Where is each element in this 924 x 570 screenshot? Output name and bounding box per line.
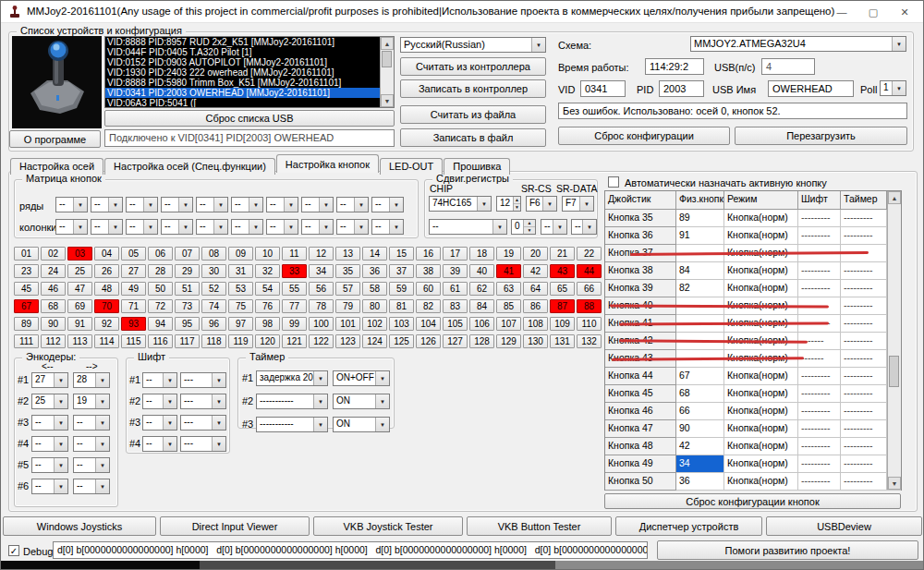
encoder-right-select[interactable]: --▼ [73,415,110,431]
grid-button-07[interactable]: 07 [175,247,200,261]
scroll-up-icon[interactable]: ▲ [888,191,901,204]
schema-select[interactable]: MMJOY2.ATMEGA32U4 ▼ [690,36,906,52]
grid-button-43[interactable]: 43 [550,264,575,278]
sr-chip-select[interactable]: 74HC165▼ [429,196,492,212]
sr-cs-select[interactable]: F6▼ [526,196,557,212]
matrix-select[interactable]: --▼ [161,197,193,212]
matrix-select[interactable]: --▼ [231,219,263,235]
matrix-select[interactable]: --▼ [301,219,334,235]
grid-button-53[interactable]: 53 [228,282,253,296]
grid-button-126[interactable]: 126 [416,334,441,348]
grid-button-97[interactable]: 97 [228,317,253,331]
timer-cell[interactable]: --------- [841,280,887,297]
shift-a-select[interactable]: --▼ [142,436,177,452]
grid-button-70[interactable]: 70 [94,299,119,313]
grid-button-86[interactable]: 86 [523,299,548,313]
device-list-item[interactable]: VID:06A3 PID:5041 ([ [105,98,394,108]
sr-chip-select[interactable]: --▼ [429,219,507,235]
io-button-3[interactable]: Записать в файл [400,128,546,147]
grid-button-111[interactable]: 111 [14,334,39,348]
grid-button-03[interactable]: 03 [67,247,92,261]
grid-button-56[interactable]: 56 [309,282,334,296]
grid-button-85[interactable]: 85 [496,299,521,313]
grid-button-79[interactable]: 79 [335,299,360,313]
grid-button-09[interactable]: 09 [228,247,253,261]
grid-button-22[interactable]: 22 [577,247,602,261]
timer-cell[interactable]: --------- [841,438,887,455]
encoder-right-select[interactable]: --▼ [73,436,110,452]
grid-button-95[interactable]: 95 [175,317,200,331]
tab-0[interactable]: Настройка осей [10,158,103,175]
shift-cell[interactable]: --------- [798,420,841,438]
tool-button-4[interactable]: Диспетчер устройств [615,516,762,536]
matrix-select[interactable]: --▼ [126,219,158,235]
timer-mode-select[interactable]: -----------▼ [256,417,328,432]
grid-button-50[interactable]: 50 [148,282,173,296]
shift-cell[interactable]: --------- [798,210,841,227]
grid-button-42[interactable]: 42 [523,264,548,278]
grid-button-01[interactable]: 01 [14,247,39,261]
grid-button-119[interactable]: 119 [228,334,253,348]
grid-button-46[interactable]: 46 [41,282,66,296]
timer-mode-select[interactable]: задержка 20 мс▼ [256,370,328,386]
grid-button-31[interactable]: 31 [228,264,253,278]
timer-cell[interactable]: --------- [841,333,887,350]
grid-button-83[interactable]: 83 [443,299,468,313]
matrix-select[interactable]: --▼ [55,219,88,235]
grid-button-61[interactable]: 61 [443,282,468,296]
shift-a-select[interactable]: --▼ [142,372,177,388]
table-row[interactable]: Кнопка 4934Кнопка(норм)-----------------… [605,455,901,473]
usb-name-field[interactable]: OWERHEAD [768,80,854,97]
table-row[interactable]: Кнопка 3691Кнопка(норм)-----------------… [605,227,901,245]
table-row[interactable]: Кнопка 4666Кнопка(норм)-----------------… [605,403,901,420]
grid-button-94[interactable]: 94 [148,317,173,331]
grid-button-34[interactable]: 34 [309,264,334,278]
table-row[interactable]: Кнопка 3589Кнопка(норм)-----------------… [605,210,901,227]
mode-cell[interactable]: Кнопка(норм) [724,280,798,297]
encoder-left-select[interactable]: --▼ [31,436,68,452]
poll-select[interactable]: 1 ▼ [880,80,906,96]
device-list-item[interactable]: VID:0152 PID:0903 AUTOPILOT [MMJoy2-2016… [105,57,394,67]
matrix-select[interactable]: --▼ [196,219,228,235]
sr-count-spinner[interactable]: 12▲▼ [496,196,521,212]
close-button[interactable]: ✕ [890,2,919,22]
grid-button-64[interactable]: 64 [523,282,548,296]
grid-button-58[interactable]: 58 [362,282,387,296]
grid-button-75[interactable]: 75 [228,299,253,313]
grid-button-117[interactable]: 117 [175,334,200,348]
shift-cell[interactable]: --------- [798,473,841,491]
timer-cell[interactable]: --------- [841,385,887,403]
shift-cell[interactable]: --------- [798,438,841,455]
grid-button-29[interactable]: 29 [175,264,200,278]
grid-button-37[interactable]: 37 [389,264,414,278]
mode-cell[interactable]: Кнопка(норм) [724,368,798,385]
sr-cs-select[interactable]: --▼ [541,219,567,235]
table-scrollbar[interactable]: ▲ ▼ [887,191,901,490]
timer-cell[interactable]: --------- [841,297,887,315]
mode-cell[interactable]: Кнопка(норм) [724,210,798,227]
grid-button-24[interactable]: 24 [41,264,66,278]
grid-button-13[interactable]: 13 [335,247,360,261]
grid-button-104[interactable]: 104 [416,317,441,331]
tab-3[interactable]: LED-OUT [380,158,443,175]
grid-button-116[interactable]: 116 [148,334,173,348]
matrix-select[interactable]: --▼ [196,197,228,212]
grid-button-41[interactable]: 41 [496,264,521,278]
tool-button-3[interactable]: VKB Button Tester [467,516,612,536]
grid-button-101[interactable]: 101 [335,317,360,331]
grid-button-30[interactable]: 30 [201,264,226,278]
scroll-down-icon[interactable]: ▼ [888,477,901,490]
shift-a-select[interactable]: --▼ [142,394,177,409]
grid-button-89[interactable]: 89 [14,317,39,331]
grid-button-93[interactable]: 93 [121,317,146,331]
grid-button-118[interactable]: 118 [201,334,226,348]
table-row[interactable]: Кнопка 4842Кнопка(норм)-----------------… [605,438,901,455]
timer-cell[interactable]: --------- [841,262,887,280]
grid-button-114[interactable]: 114 [94,334,119,348]
debug-checkbox[interactable]: ✓ [8,545,19,556]
grid-button-82[interactable]: 82 [416,299,441,313]
grid-button-102[interactable]: 102 [362,317,387,331]
matrix-select[interactable]: --▼ [266,219,298,235]
scrollbar-thumb[interactable] [889,356,899,387]
grid-button-02[interactable]: 02 [41,247,66,261]
